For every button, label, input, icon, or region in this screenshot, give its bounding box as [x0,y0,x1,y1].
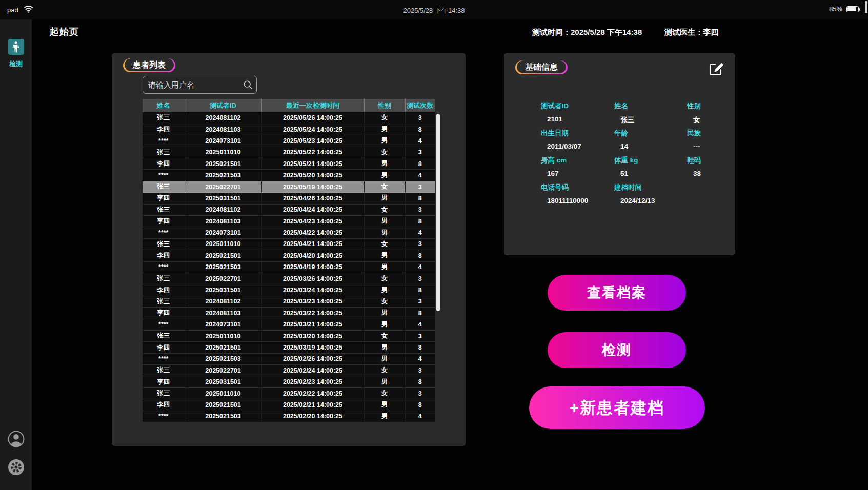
info-field-value: --- [693,142,734,150]
table-row[interactable]: 张三20250110102025/04/21 14:00:25女3 [143,238,435,250]
table-cell: 2025/05/20 14:00:25 [261,170,364,181]
patient-list-title-pill: 患者列表 [123,58,175,72]
profile-icon[interactable] [8,431,25,447]
table-cell: 2025/03/24 14:00:25 [261,284,364,296]
table-row[interactable]: 李四20250215012025/02/21 14:00:25男8 [143,399,435,411]
column-header: 测试者ID [185,99,261,112]
table-row[interactable]: ****20250215032025/02/20 14:00:25男4 [143,411,435,422]
table-cell: 李四 [143,342,185,353]
table-cell: 2025/02/26 14:00:25 [261,353,364,364]
info-field-label: 姓名 [614,101,687,111]
info-field: 出生日期2011/03/07 [541,129,614,156]
table-row[interactable]: 张三20240811022025/03/23 14:00:25女3 [143,296,435,307]
table-cell: 2025/03/20 14:00:25 [261,330,364,341]
table-cell: 4 [405,411,435,422]
info-field-value: 2011/03/07 [547,142,614,150]
table-cell: 4 [405,135,435,147]
table-row[interactable]: 李四20250315012025/02/23 14:00:25男8 [143,376,435,387]
table-row[interactable]: 张三20250110102025/05/22 14:00:25女3 [143,147,435,158]
info-field: 民族--- [687,129,734,156]
table-row[interactable]: 张三20250110102025/02/22 14:00:25女3 [143,387,435,399]
table-cell: 8 [405,342,435,353]
column-header: 性别 [364,99,405,112]
battery-percent: 85% [829,5,842,13]
table-row[interactable]: ****20240731012025/05/23 14:00:25男4 [143,135,435,147]
table-cell: 3 [405,296,435,307]
table-cell: 男 [364,284,405,296]
table-cell: 2025011010 [185,387,261,399]
table-cell: 李四 [143,124,185,135]
settings-gear-icon[interactable] [8,459,25,476]
table-cell: 2025011010 [185,238,261,250]
table-row[interactable]: 李四20240811032025/05/24 14:00:25男8 [143,124,435,135]
table-row[interactable]: 李四20250215012025/03/19 14:00:25男8 [143,342,435,353]
table-row[interactable]: 张三20250227012025/05/19 14:00:25女3 [143,181,435,192]
table-row[interactable]: 李四20240811032025/03/22 14:00:25男8 [143,308,435,319]
info-field-label: 年龄 [614,129,687,138]
table-cell: 张三 [143,296,185,307]
table-cell: 3 [405,147,435,158]
table-row[interactable]: 李四20250215012025/05/21 14:00:25男8 [143,158,435,170]
table-cell: **** [143,135,185,147]
table-cell: 2025/04/19 14:00:25 [261,261,364,273]
view-archive-button[interactable]: 查看档案 [548,275,686,311]
info-field-label: 建档时间 [614,183,687,192]
table-row[interactable]: 张三20250227012025/03/26 14:00:25女3 [143,273,435,284]
table-row[interactable]: 张三20240811022025/04/24 14:00:25女3 [143,204,435,215]
table-row[interactable]: ****20250215032025/02/26 14:00:25男4 [143,353,435,364]
basic-info-grid: 测试者ID2101姓名张三性别女出生日期2011/03/07年龄14民族---身… [541,101,734,210]
table-cell: 2025021503 [185,170,261,181]
table-cell: 女 [364,330,405,341]
status-time: 2025/5/28 下午14:38 [0,6,868,15]
table-cell: 2024073101 [185,319,261,330]
info-field-label: 身高 cm [541,156,614,165]
info-field: 体重 kg51 [614,156,687,183]
table-cell: 女 [364,238,405,250]
table-cell: 2025/05/24 14:00:25 [261,124,364,135]
table-cell: **** [143,319,185,330]
table-cell: 2025021503 [185,261,261,273]
table-row[interactable]: ****20240731012025/04/22 14:00:25男4 [143,227,435,238]
table-row[interactable]: 李四20250315012025/04/26 14:00:25男8 [143,193,435,204]
table-row[interactable]: 李四20250215012025/04/20 14:00:25男8 [143,250,435,261]
table-cell: 李四 [143,376,185,387]
table-cell: 2025021501 [185,158,261,170]
table-scrollbar-thumb[interactable] [436,114,440,311]
table-cell: 女 [364,387,405,399]
table-cell: 2025/03/21 14:00:25 [261,319,364,330]
table-row[interactable]: ****20240731012025/03/21 14:00:25男4 [143,319,435,330]
battery-icon [846,6,859,12]
edit-pencil-icon[interactable] [708,62,723,77]
table-cell: 2025021503 [185,353,261,364]
info-field: 建档时间2024/12/13 [614,183,687,210]
table-cell: 2025031501 [185,376,261,387]
table-cell: 2025/04/20 14:00:25 [261,250,364,261]
table-cell: 张三 [143,112,185,124]
detect-button[interactable]: 检测 [548,332,686,368]
search-icon[interactable] [243,80,253,90]
new-patient-button[interactable]: +新患者建档 [529,386,705,429]
table-cell: 3 [405,181,435,192]
table-cell: 2025/03/22 14:00:25 [261,308,364,319]
table-cell: 2025/03/23 14:00:25 [261,296,364,307]
sidebar-item-detect[interactable]: 检测 [0,39,32,69]
table-row[interactable]: ****20250215032025/05/20 14:00:25男4 [143,170,435,181]
table-row[interactable]: 李四20250315012025/03/24 14:00:25男8 [143,284,435,296]
table-row[interactable]: 张三20250110102025/03/20 14:00:25女3 [143,330,435,341]
table-cell: 女 [364,181,405,192]
table-cell: 2025/02/20 14:00:25 [261,411,364,422]
scrollbar-fragment[interactable] [865,1,867,13]
table-row[interactable]: 张三20250227012025/02/24 14:00:25女3 [143,365,435,376]
table-row[interactable]: 张三20240811022025/05/26 14:00:25女3 [143,112,435,124]
table-cell: 2025/05/19 14:00:25 [261,181,364,192]
table-cell: 男 [364,227,405,238]
table-cell: 3 [405,365,435,376]
search-input[interactable] [143,76,257,94]
table-row[interactable]: 李四20240811032025/04/23 14:00:25男8 [143,216,435,227]
table-cell: 李四 [143,193,185,204]
table-cell: 2024081103 [185,216,261,227]
body-detect-icon [8,39,24,55]
table-cell: 3 [405,273,435,284]
table-row[interactable]: ****20250215032025/04/19 14:00:25男4 [143,261,435,273]
table-cell: 男 [364,308,405,319]
